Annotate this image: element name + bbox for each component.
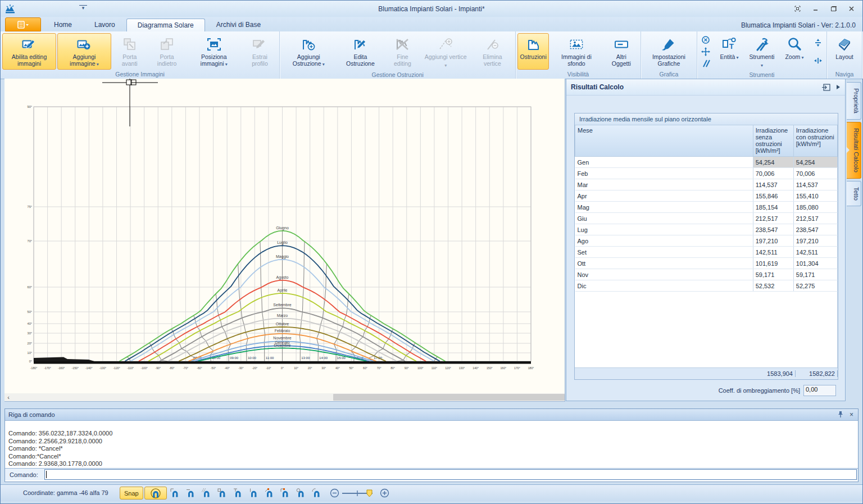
table-row-nov[interactable]: Nov59,17159,171 <box>575 269 838 280</box>
impostazioni-grafiche-button[interactable]: Impostazioni Grafiche <box>643 33 695 70</box>
tab-home[interactable]: Home <box>43 19 83 31</box>
snap-perpendicular-button[interactable] <box>262 487 277 500</box>
table-row-lug[interactable]: Lug238,547238,547 <box>575 224 838 235</box>
svg-text:10°: 10° <box>28 351 32 355</box>
command-panel: Riga di comando × Comando: 356.0232,187.… <box>4 408 859 482</box>
immagini-di-sfondo-button[interactable]: Immagini di sfondo <box>550 33 603 70</box>
ribbon-group-label: Visibilità <box>517 70 639 79</box>
svg-text:10°: 10° <box>294 366 298 370</box>
snap-toggle-button[interactable]: Snap <box>120 487 143 500</box>
table-row-feb[interactable]: Feb70,00670,006 <box>575 168 838 179</box>
send-backward-icon <box>159 35 175 53</box>
table-row-dic[interactable]: Dic52,53252,275 <box>575 280 838 292</box>
canvas-horizontal-scrollbar[interactable]: ‹ <box>4 393 565 401</box>
minimize-button[interactable] <box>810 3 821 13</box>
edita-ostruzione-button[interactable]: Edita Ostruzione <box>337 33 384 70</box>
fullscreen-button[interactable] <box>792 3 803 13</box>
ribbon-button-label: Layout <box>835 53 853 60</box>
snap-tangent-button[interactable] <box>247 487 261 500</box>
aggiungi-immagine-button[interactable]: Aggiungi immagine ▾ <box>57 33 111 70</box>
svg-text:Maggio: Maggio <box>276 255 289 259</box>
move-icon[interactable] <box>700 47 711 57</box>
zoom-button[interactable]: Zoom ▾ <box>779 33 810 70</box>
close-button[interactable] <box>846 3 857 13</box>
strumenti-button[interactable]: Strumenti ▾ <box>746 33 778 70</box>
snap-quadrant-button[interactable] <box>231 487 246 500</box>
close-panel-icon[interactable]: × <box>850 411 853 419</box>
svg-text:-160°: -160° <box>58 366 65 370</box>
aggiungi-ostruzione-button[interactable]: Aggiungi Ostruzione ▾ <box>281 33 335 70</box>
quick-access-dropdown-icon[interactable]: ▾ <box>79 5 87 11</box>
divide-horizontal-icon[interactable] <box>812 38 824 48</box>
table-row-mar[interactable]: Mar114,537114,537 <box>575 179 838 190</box>
groupbox-title: Irradiazione media mensile sul piano ori… <box>575 113 838 125</box>
table-row-ott[interactable]: Ott101,619101,304 <box>575 258 838 269</box>
restore-button[interactable] <box>828 3 839 13</box>
drawing-canvas[interactable]: 07:0008:0009:0010:0011:0013:0014:0015:00… <box>4 79 565 402</box>
svg-text:Dicembre: Dicembre <box>274 343 291 347</box>
table-row-ago[interactable]: Ago197,210197,210 <box>575 235 838 247</box>
scroll-left-arrow-icon[interactable]: ‹ <box>4 394 12 401</box>
column-header-1[interactable]: Irradiazionesenzaostruzioni [kWh/m²] <box>753 125 793 157</box>
obstruction-edit-icon <box>352 35 368 53</box>
app-window: ▾ Blumatica Impianti Solari - Impianti* … <box>0 0 863 504</box>
layout-button[interactable]: Layout <box>829 33 860 70</box>
tab-archivi-di-base[interactable]: Archivi di Base <box>205 19 272 31</box>
snap-intersection-button[interactable] <box>199 487 214 500</box>
zoom-slider[interactable] <box>341 488 378 498</box>
dock-panel-icon[interactable] <box>821 84 830 91</box>
snap-center-button[interactable] <box>310 487 324 500</box>
side-tab-risultati-calcolo[interactable]: Risultati Calcolo <box>847 122 861 179</box>
zoom-lens-icon <box>787 35 802 53</box>
svg-text:90°: 90° <box>405 366 409 370</box>
pin-panel-icon[interactable] <box>837 411 844 419</box>
snap-endpoint-button[interactable] <box>168 487 183 500</box>
tab-lavoro[interactable]: Lavoro <box>83 19 126 31</box>
dropdown-arrow-icon: ▾ <box>321 62 325 67</box>
ribbon-button-label: Elimina vertice <box>474 53 511 67</box>
abilita-editing-immagini-button[interactable]: Abilita editing immagini <box>2 33 56 70</box>
column-header-0[interactable]: Mese <box>575 125 753 157</box>
table-row-apr[interactable]: Apr155,846155,410 <box>575 190 838 202</box>
deselect-icon[interactable] <box>700 35 711 45</box>
svg-text:20°: 20° <box>308 366 312 370</box>
shading-coefficient-value[interactable]: 0,00 <box>803 385 836 396</box>
tab-diagramma-solare[interactable]: Diagramma Solare <box>126 19 205 31</box>
svg-text:-130°: -130° <box>99 366 106 370</box>
side-tab-propriet[interactable]: Proprietà <box>847 82 861 120</box>
snap-node-button[interactable] <box>278 487 293 500</box>
side-tab-tetto[interactable]: Tetto <box>847 181 861 207</box>
posiziona-immagini-button[interactable]: Posiziona immagini ▾ <box>187 33 241 70</box>
snap-auto-button[interactable] <box>144 487 167 500</box>
position-image-icon <box>206 35 222 53</box>
table-row-mag[interactable]: Mag185,154185,080 <box>575 202 838 213</box>
altri-oggetti-button[interactable]: Altri Oggetti <box>604 33 639 70</box>
scrollbar-thumb[interactable] <box>333 394 565 401</box>
table-row-giu[interactable]: Giu212,517212,517 <box>575 213 838 224</box>
snap-nearest-button[interactable] <box>294 487 308 500</box>
offset-icon[interactable] <box>700 58 711 69</box>
tools-icon <box>754 35 770 53</box>
application-menu-button[interactable] <box>5 17 41 31</box>
column-header-2[interactable]: Irradiazionecon ostruzioni [kWh/m²] <box>793 125 837 157</box>
zoom-in-icon[interactable] <box>380 488 389 498</box>
collapse-panel-arrow-icon[interactable] <box>836 84 841 90</box>
vertex-delete-icon <box>484 35 500 53</box>
snap-midpoint-button[interactable] <box>184 487 198 500</box>
svg-text:80°: 80° <box>390 366 395 370</box>
ribbon-button-label: Immagini di sfondo <box>553 53 600 67</box>
snap-extension-button[interactable] <box>215 487 230 500</box>
zoom-out-icon[interactable] <box>330 488 339 498</box>
window-title: Blumatica Impianti Solari - Impianti* <box>1 5 862 13</box>
ribbon-group-visibilit: OstruzioniImmagini di sfondoAltri Oggett… <box>516 31 641 79</box>
table-row-set[interactable]: Set142,511142,511 <box>575 247 838 258</box>
command-history: Comando: 356.0232,187.3324,0.0000Comando… <box>5 421 858 468</box>
command-input[interactable] <box>44 469 857 480</box>
table-row-gen[interactable]: Gen54,25454,254 <box>575 157 838 168</box>
ribbon-button-label: Fine editing <box>388 53 417 67</box>
solar-diagram[interactable]: 07:0008:0009:0010:0011:0013:0014:0015:00… <box>4 79 565 393</box>
entit-button[interactable]: TEntità ▾ <box>714 33 745 70</box>
svg-text:50°: 50° <box>28 310 32 314</box>
divide-vertical-icon[interactable] <box>812 56 824 66</box>
ostruzioni-button[interactable]: Ostruzioni <box>517 33 549 70</box>
